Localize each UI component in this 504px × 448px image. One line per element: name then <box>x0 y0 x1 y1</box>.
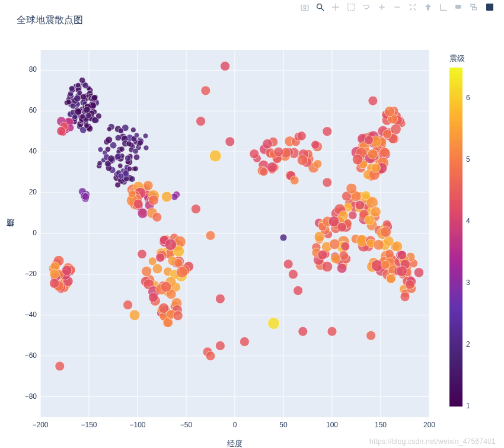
boxselect-icon[interactable] <box>345 1 357 13</box>
svg-rect-660 <box>449 203 462 207</box>
colorbar-tick: 6 <box>466 94 470 102</box>
svg-rect-13 <box>471 4 475 7</box>
svg-point-2 <box>317 4 322 9</box>
svg-point-474 <box>381 260 390 269</box>
svg-point-183 <box>84 123 89 128</box>
autoscale-icon[interactable] <box>407 1 419 13</box>
svg-point-372 <box>379 148 390 158</box>
svg-rect-678 <box>449 142 462 146</box>
svg-rect-668 <box>449 176 462 180</box>
svg-rect-672 <box>449 162 462 167</box>
svg-point-591 <box>327 327 337 336</box>
svg-point-234 <box>148 195 158 205</box>
svg-point-233 <box>138 208 148 218</box>
svg-rect-657 <box>449 213 462 217</box>
svg-point-172 <box>127 167 132 172</box>
svg-point-378 <box>364 136 373 145</box>
svg-point-128 <box>115 135 121 140</box>
x-tick: −50 <box>177 421 195 429</box>
svg-rect-618 <box>449 345 462 350</box>
svg-point-522 <box>297 132 307 141</box>
zoomout-icon[interactable] <box>391 1 403 13</box>
svg-rect-615 <box>449 356 462 360</box>
camera-icon[interactable] <box>299 1 311 13</box>
svg-point-580 <box>268 318 280 329</box>
svg-point-569 <box>225 137 235 146</box>
svg-point-318 <box>62 265 72 276</box>
svg-point-573 <box>215 341 225 350</box>
svg-rect-669 <box>449 172 462 177</box>
zoom-icon[interactable] <box>314 1 326 13</box>
svg-rect-685 <box>449 118 462 122</box>
svg-rect-650 <box>449 237 462 241</box>
spike-icon[interactable] <box>438 1 449 13</box>
svg-point-587 <box>368 96 378 105</box>
svg-rect-627 <box>449 315 462 319</box>
svg-point-100 <box>66 100 71 105</box>
compare-icon[interactable] <box>468 1 480 13</box>
svg-rect-655 <box>449 220 462 224</box>
svg-point-190 <box>92 117 98 123</box>
svg-rect-609 <box>449 376 462 380</box>
svg-rect-605 <box>449 389 462 393</box>
pan-icon[interactable] <box>330 1 342 13</box>
svg-rect-681 <box>449 132 462 136</box>
scatter-plot[interactable] <box>40 50 429 417</box>
svg-point-390 <box>349 211 358 220</box>
svg-point-572 <box>215 294 225 303</box>
svg-point-171 <box>115 182 121 188</box>
colorbar-tick: 3 <box>466 279 470 287</box>
svg-point-204 <box>130 127 136 133</box>
svg-rect-647 <box>449 247 462 251</box>
svg-point-534 <box>267 162 277 172</box>
lassoselect-icon[interactable] <box>361 1 372 13</box>
svg-rect-658 <box>449 210 462 214</box>
x-tick: 0 <box>226 421 244 429</box>
svg-point-293 <box>173 311 183 320</box>
svg-rect-628 <box>449 311 462 315</box>
svg-rect-698 <box>449 74 462 78</box>
svg-rect-652 <box>449 230 462 234</box>
svg-point-273 <box>176 267 187 278</box>
svg-rect-632 <box>449 297 462 302</box>
svg-point-287 <box>161 281 171 292</box>
svg-point-169 <box>115 153 122 160</box>
svg-rect-680 <box>449 135 462 139</box>
svg-point-581 <box>240 337 249 347</box>
svg-point-321 <box>49 279 59 289</box>
svg-rect-606 <box>449 386 462 390</box>
svg-point-586 <box>346 183 357 194</box>
y-tick: 80 <box>18 65 37 73</box>
plotly-icon[interactable] <box>484 1 496 13</box>
zoomin-icon[interactable] <box>376 1 388 13</box>
svg-rect-700 <box>449 68 462 71</box>
x-tick: −150 <box>80 421 98 429</box>
svg-rect-608 <box>449 379 462 383</box>
svg-rect-639 <box>449 274 462 278</box>
reset-icon[interactable] <box>422 1 434 13</box>
svg-point-151 <box>117 164 123 169</box>
svg-point-570 <box>191 204 200 214</box>
svg-point-333 <box>57 127 66 136</box>
svg-point-83 <box>69 86 75 92</box>
y-tick: 20 <box>18 188 37 196</box>
svg-rect-637 <box>449 281 462 285</box>
svg-rect-653 <box>449 226 462 231</box>
svg-rect-661 <box>449 200 462 204</box>
svg-point-537 <box>260 168 268 176</box>
svg-point-470 <box>385 249 394 258</box>
x-tick: 150 <box>372 421 390 429</box>
svg-point-80 <box>75 82 81 88</box>
svg-point-597 <box>129 310 140 321</box>
svg-rect-0 <box>301 5 308 11</box>
svg-rect-8 <box>381 4 382 9</box>
svg-rect-659 <box>449 206 462 210</box>
svg-rect-614 <box>449 359 462 363</box>
colorbar <box>449 68 462 407</box>
svg-point-409 <box>355 200 365 210</box>
svg-point-156 <box>118 128 123 133</box>
svg-point-596 <box>152 212 162 222</box>
hover-icon[interactable] <box>453 1 465 13</box>
x-tick: −100 <box>129 421 146 429</box>
svg-point-511 <box>290 176 299 185</box>
